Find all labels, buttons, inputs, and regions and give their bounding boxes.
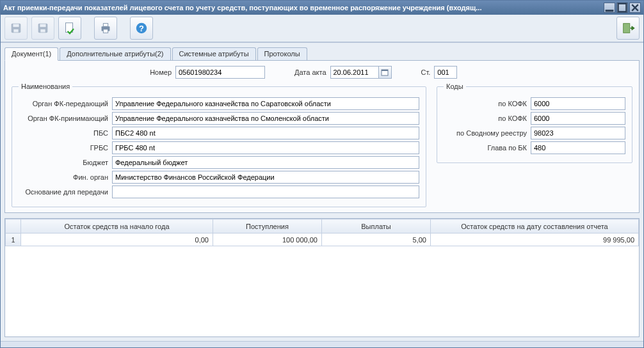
- cell-end-balance[interactable]: 99 995,00: [431, 233, 639, 246]
- date-label: Дата акта: [294, 68, 326, 76]
- col-income[interactable]: Поступления: [213, 219, 322, 233]
- toolbar: ?: [1, 15, 643, 43]
- grbs-label: ГРБС: [19, 144, 108, 152]
- finorg-input[interactable]: [112, 171, 419, 184]
- org-fk-recv-label: Орган ФК-принимающий: [19, 115, 108, 122]
- svg-text:?: ?: [139, 24, 144, 33]
- window-title: Акт приемки-передачи показателей лицевог…: [3, 4, 604, 12]
- svg-rect-10: [103, 24, 108, 27]
- date-input[interactable]: [330, 66, 379, 79]
- tab-protocols[interactable]: Протоколы: [257, 47, 307, 61]
- date-wrapper: [330, 66, 392, 79]
- top-row: Номер Дата акта Ст.: [12, 66, 632, 79]
- cell-begin-balance[interactable]: 0,00: [21, 233, 213, 246]
- svod-label: по Сводному реестру: [444, 129, 527, 137]
- tabstrip: Документ(1) Дополнительные атрибуты(2) С…: [1, 43, 643, 60]
- save-button[interactable]: [31, 17, 54, 40]
- close-button[interactable]: [629, 3, 641, 13]
- save-icon: [36, 21, 50, 35]
- data-table-wrap: Остаток средств на начало года Поступлен…: [4, 218, 640, 337]
- close-icon: [630, 3, 640, 13]
- number-label: Номер: [12, 68, 172, 76]
- budget-label: Бюджет: [19, 159, 108, 166]
- minimize-button[interactable]: [604, 3, 615, 13]
- svg-rect-6: [40, 24, 45, 28]
- finorg-label: Фин. орган: [19, 173, 108, 181]
- import-icon: [621, 21, 635, 35]
- calendar-icon: [381, 68, 389, 76]
- cell-payments[interactable]: 5,00: [322, 233, 431, 246]
- glava-label: Глава по БК: [444, 144, 527, 152]
- check-document-button[interactable]: [58, 17, 81, 40]
- window-buttons: [604, 3, 641, 13]
- maximize-button[interactable]: [616, 3, 628, 13]
- window: Акт приемки-передачи показателей лицевог…: [0, 0, 644, 348]
- org-fk-recv-input[interactable]: [112, 112, 419, 125]
- data-table: Остаток средств на начало года Поступлен…: [5, 219, 639, 246]
- col-payments[interactable]: Выплаты: [322, 219, 431, 233]
- cell-income[interactable]: 100 000,00: [213, 233, 322, 246]
- printer-icon: [99, 21, 113, 35]
- grbs-input[interactable]: [112, 141, 419, 154]
- columns: Наименования Орган ФК-передающий Орган Ф…: [12, 83, 632, 207]
- svg-rect-1: [618, 4, 627, 12]
- kofk1-label: по КОФК: [444, 100, 527, 107]
- st-input[interactable]: [434, 66, 457, 79]
- document-check-icon: [63, 21, 77, 35]
- kofk1-input[interactable]: [531, 97, 625, 110]
- kofk2-input[interactable]: [531, 112, 625, 125]
- codes-legend: Коды: [444, 83, 466, 90]
- status-strip: [1, 341, 643, 347]
- svg-rect-11: [103, 29, 108, 33]
- minimize-icon: [604, 3, 615, 13]
- svg-rect-14: [624, 24, 630, 33]
- print-button[interactable]: [94, 17, 117, 40]
- save-as-button[interactable]: [4, 17, 28, 40]
- reason-input[interactable]: [112, 186, 419, 198]
- pbs-label: ПБС: [19, 129, 108, 137]
- svg-rect-16: [382, 70, 388, 71]
- import-button[interactable]: [616, 17, 640, 40]
- svg-rect-7: [40, 29, 45, 33]
- col-begin-balance[interactable]: Остаток средств на начало года: [21, 219, 213, 233]
- pbs-input[interactable]: [112, 127, 419, 139]
- help-button[interactable]: ?: [130, 17, 153, 40]
- help-icon: ?: [134, 21, 149, 35]
- glava-input[interactable]: [531, 141, 625, 154]
- maximize-icon: [617, 3, 627, 13]
- tab-document[interactable]: Документ(1): [4, 47, 58, 61]
- st-label: Ст.: [421, 68, 431, 76]
- col-rownum: [6, 219, 21, 233]
- names-fieldset: Наименования Орган ФК-передающий Орган Ф…: [12, 83, 426, 207]
- save-as-icon: [9, 21, 23, 35]
- tab-additional-attrs[interactable]: Дополнительные атрибуты(2): [60, 47, 170, 61]
- svg-rect-4: [13, 29, 18, 33]
- kofk2-label: по КОФК: [444, 115, 527, 122]
- names-legend: Наименования: [19, 83, 72, 90]
- svg-rect-0: [606, 10, 614, 12]
- codes-fieldset: Коды по КОФК по КОФК по Сводному реестру…: [437, 83, 632, 163]
- table-header-row: Остаток средств на начало года Поступлен…: [6, 219, 639, 233]
- svod-input[interactable]: [531, 127, 625, 139]
- number-input[interactable]: [175, 66, 265, 79]
- tab-system-attrs[interactable]: Системные атрибуты: [172, 47, 256, 61]
- row-number: 1: [6, 233, 21, 246]
- tab-content: Номер Дата акта Ст. Наименования Орган Ф…: [4, 60, 640, 213]
- org-fk-send-label: Орган ФК-передающий: [19, 100, 108, 107]
- budget-input[interactable]: [112, 156, 419, 169]
- svg-rect-3: [13, 24, 19, 28]
- table-empty-area[interactable]: [5, 246, 639, 336]
- col-end-balance[interactable]: Остаток средств на дату составления отче…: [431, 219, 639, 233]
- org-fk-send-input[interactable]: [112, 97, 419, 110]
- reason-label: Основание для передачи: [19, 188, 108, 196]
- table-row[interactable]: 1 0,00 100 000,00 5,00 99 995,00: [6, 233, 639, 246]
- titlebar: Акт приемки-передачи показателей лицевог…: [1, 1, 643, 15]
- date-picker-button[interactable]: [379, 66, 392, 79]
